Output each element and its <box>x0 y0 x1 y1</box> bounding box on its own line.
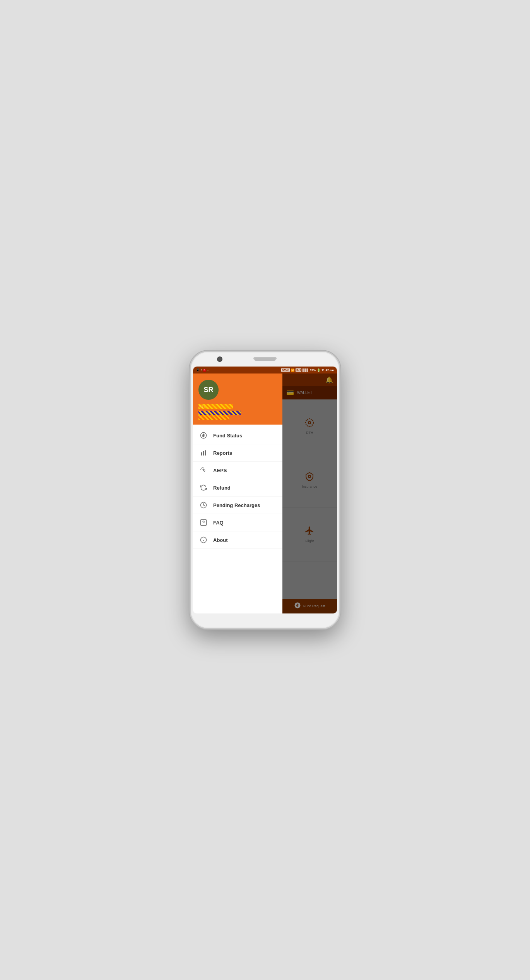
drawer-header: SR Sh... sh...@... 70... <box>193 373 282 425</box>
reports-label: Reports <box>213 450 232 456</box>
screen: 📱 f S ··· VoLTE 📶 LTE ▌▌▌ 19% 🔋 11:42 am <box>193 367 337 613</box>
status-left-icons: 📱 f S ··· <box>196 368 209 372</box>
sony-icon: S <box>203 369 206 372</box>
time-display: 11:42 am <box>321 368 334 372</box>
more-icon: ··· <box>207 369 210 372</box>
sim-icon: 📶 <box>291 368 294 372</box>
fund-status-label: Fund Status <box>213 433 242 439</box>
signal-icon: ▌▌▌ <box>303 368 309 372</box>
faq-label: FAQ <box>213 520 224 526</box>
dollar-icon <box>199 431 208 440</box>
user-phone: 70... <box>198 415 277 419</box>
battery-percent: 19% <box>310 368 316 372</box>
menu-item-reports[interactable]: Reports <box>193 444 282 462</box>
info-icon <box>199 536 208 544</box>
svg-rect-3 <box>205 450 206 456</box>
drawer-overlay[interactable] <box>282 373 337 613</box>
email-redaction <box>198 411 241 415</box>
whatsapp-icon: 📱 <box>196 368 200 372</box>
status-right: VoLTE 📶 LTE ▌▌▌ 19% 🔋 11:42 am <box>281 368 334 372</box>
menu-item-pending-recharges[interactable]: Pending Recharges <box>193 497 282 514</box>
phone-frame: 📱 f S ··· VoLTE 📶 LTE ▌▌▌ 19% 🔋 11:42 am <box>190 351 340 629</box>
avatar: SR <box>198 380 219 400</box>
volte-label: VoLTE <box>281 368 290 372</box>
aeps-label: AEPS <box>213 468 227 473</box>
pending-recharges-label: Pending Recharges <box>213 502 260 508</box>
lte-label: LTE <box>296 368 301 372</box>
phone-redaction <box>198 415 229 420</box>
fingerprint-icon <box>199 466 208 475</box>
name-redaction <box>198 404 233 409</box>
menu-item-fund-status[interactable]: Fund Status <box>193 427 282 444</box>
refresh-icon <box>199 483 208 492</box>
camera <box>217 356 222 362</box>
svg-rect-2 <box>203 451 204 456</box>
menu-list: Fund Status Reports <box>193 425 282 613</box>
status-bar: 📱 f S ··· VoLTE 📶 LTE ▌▌▌ 19% 🔋 11:42 am <box>193 367 337 373</box>
question-icon <box>199 518 208 527</box>
user-email: sh...@... <box>198 411 277 415</box>
app-content: SR Sh... sh...@... 70... <box>193 373 337 613</box>
speaker <box>255 358 276 361</box>
about-label: About <box>213 537 228 543</box>
user-name: Sh... <box>198 404 209 409</box>
svg-rect-1 <box>201 452 202 456</box>
facebook-icon: f <box>201 369 202 372</box>
refund-label: Refund <box>213 485 231 491</box>
menu-item-about[interactable]: About <box>193 531 282 549</box>
menu-item-refund[interactable]: Refund <box>193 479 282 497</box>
battery-icon: 🔋 <box>317 368 320 372</box>
bar-chart-icon <box>199 449 208 457</box>
clock-icon <box>199 501 208 509</box>
menu-item-faq[interactable]: FAQ <box>193 514 282 531</box>
menu-item-aeps[interactable]: AEPS <box>193 462 282 479</box>
navigation-drawer: SR Sh... sh...@... 70... <box>193 373 282 613</box>
